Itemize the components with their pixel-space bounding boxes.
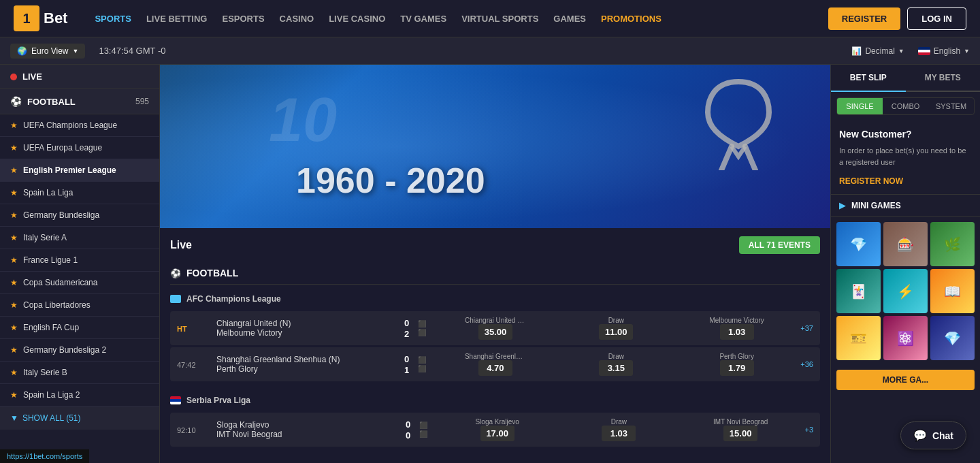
nav-promotions[interactable]: PROMOTIONS: [601, 14, 662, 24]
register-button[interactable]: REGISTER: [828, 7, 900, 30]
sidebar-item-bundesliga-2[interactable]: ★ Germany Bundesliga 2: [0, 339, 159, 362]
league-group-serbia: Serbia Prva Liga 92:10 Sloga Kraljevo IM…: [170, 392, 820, 447]
euro-view-selector[interactable]: 🌍 Euro View ▼: [10, 44, 85, 59]
sidebar-item-bundesliga[interactable]: ★ Germany Bundesliga: [0, 204, 159, 227]
single-tab[interactable]: SINGLE: [837, 98, 883, 114]
nav-casino[interactable]: CASINO: [280, 14, 314, 24]
sidebar-item-premier-league[interactable]: ★ English Premier League: [0, 159, 159, 182]
mini-game-4[interactable]: 🃏: [836, 269, 881, 313]
new-customer-text: In order to place bet(s) you need to be …: [839, 145, 972, 167]
sidebar-item-europa-league[interactable]: ★ UEFA Europa League: [0, 137, 159, 159]
score-icons: ⬛ ⬛: [418, 320, 426, 336]
odds-team2-button-2[interactable]: 1.79: [720, 360, 754, 376]
sidebar-item-serie-a[interactable]: ★ Italy Serie A: [0, 227, 159, 249]
mini-game-1[interactable]: 💎: [836, 222, 881, 266]
sidebar-item-copa-lib[interactable]: ★ Copa Libertadores: [0, 294, 159, 317]
more-odds-button-2[interactable]: +36: [800, 360, 813, 368]
football-icon: ⚽: [10, 96, 22, 107]
score-val-1: 0: [404, 318, 409, 328]
play-icon: ▶: [839, 200, 846, 210]
live-section-label: Live: [170, 239, 192, 251]
odds-team1-button-2[interactable]: 4.70: [478, 360, 512, 376]
stats-icon-2: ⬛: [418, 365, 426, 372]
mini-game-5[interactable]: ⚡: [883, 269, 928, 313]
odds-team2-button[interactable]: 1.03: [720, 324, 754, 340]
chart-icon: 📊: [851, 46, 862, 56]
nav-tv-games[interactable]: TV GAMES: [400, 14, 446, 24]
league-name: Spain La Liga 2: [23, 390, 80, 400]
star-icon: ★: [10, 390, 18, 400]
league-name: UEFA Europa League: [23, 143, 102, 153]
mini-game-2[interactable]: 🎰: [883, 222, 928, 266]
bet-type-tabs: SINGLE COMBO SYSTEM: [836, 97, 975, 115]
more-games-button[interactable]: MORE GA...: [836, 370, 975, 390]
mini-games-header: ▶ MINI GAMES: [831, 194, 980, 217]
match-score-2: 0 1: [404, 354, 409, 375]
chat-button[interactable]: 💬 Chat: [900, 421, 966, 449]
star-icon: ★: [10, 121, 18, 130]
time-label-2: 47:42: [177, 361, 196, 369]
odds-section-3: Sloga Kraljevo 17.00 Draw 1.03 IMT Novi …: [438, 418, 799, 441]
combo-tab[interactable]: COMBO: [883, 98, 928, 114]
sidebar-item-laliga2[interactable]: ★ Spain La Liga 2: [0, 384, 159, 406]
more-odds-button[interactable]: +37: [800, 324, 813, 332]
mini-game-7[interactable]: 🎫: [836, 316, 881, 360]
odds-team2-group-2: Perth Glory 1.79: [679, 353, 795, 376]
afc-group-name: AFC Champions League: [186, 294, 281, 304]
mini-game-8[interactable]: ⚛️: [883, 316, 928, 360]
mini-game-9[interactable]: 💎: [930, 316, 975, 360]
star-icon: ★: [10, 188, 18, 197]
more-odds-button-3[interactable]: +3: [804, 426, 813, 434]
mini-games-title: MINI GAMES: [851, 201, 901, 210]
mini-game-6[interactable]: 📖: [930, 269, 975, 313]
system-tab[interactable]: SYSTEM: [928, 98, 974, 114]
odds-team2-label-2: Perth Glory: [719, 353, 754, 360]
nav-games[interactable]: GAMES: [553, 14, 586, 24]
odds-team1-button[interactable]: 35.00: [478, 324, 512, 340]
register-now-button[interactable]: REGISTER NOW: [839, 176, 903, 186]
match-row: HT Chiangrai United (N) Melbourne Victor…: [170, 311, 820, 345]
nav-sports[interactable]: SPORTS: [95, 14, 131, 24]
sidebar-football-item[interactable]: ⚽ FOOTBALL 595: [0, 89, 159, 114]
language-selector[interactable]: English ▼: [918, 46, 970, 56]
logo[interactable]: 1 Bet: [14, 5, 67, 31]
all-events-button[interactable]: ALL 71 EVENTS: [739, 236, 820, 254]
odds-draw-label-3: Draw: [611, 418, 627, 426]
odds-team2-group-3: IMT Novi Beograd 15.00: [682, 418, 800, 441]
team2-name: Melbourne Victory: [216, 328, 395, 338]
league-name: Spain La Liga: [23, 188, 73, 197]
odds-team2-button-3[interactable]: 15.00: [723, 426, 757, 441]
sidebar-item-spain-la-liga[interactable]: ★ Spain La Liga: [0, 182, 159, 204]
nav-live-casino[interactable]: LIVE CASINO: [329, 14, 385, 24]
language-label: English: [934, 46, 960, 56]
chevron-down-icon: ▼: [72, 48, 78, 54]
star-icon: ★: [10, 278, 18, 287]
login-button[interactable]: LOG IN: [907, 7, 966, 30]
star-icon: ★: [10, 323, 18, 332]
odds-team1-button-3[interactable]: 17.00: [480, 426, 514, 441]
mini-game-3[interactable]: 🌿: [930, 222, 975, 266]
show-all-button[interactable]: ▼ SHOW ALL (51): [0, 406, 159, 430]
nav-live-betting[interactable]: LIVE BETTING: [146, 14, 208, 24]
nav-esports[interactable]: ESPORTS: [222, 14, 264, 24]
odds-draw-button-2[interactable]: 3.15: [599, 360, 633, 376]
odds-draw-button[interactable]: 11.00: [599, 324, 633, 340]
my-bets-tab[interactable]: MY BETS: [906, 65, 981, 91]
nav-links: SPORTS LIVE BETTING ESPORTS CASINO LIVE …: [95, 14, 828, 24]
sidebar-item-champions-league[interactable]: ★ UEFA Champions League: [0, 114, 159, 137]
sidebar-item-serie-b[interactable]: ★ Italy Serie B: [0, 362, 159, 384]
match-time-ht: HT: [177, 323, 211, 334]
match-row-3: 92:10 Sloga Kraljevo IMT Novi Beograd 0 …: [170, 413, 820, 447]
odds-team1-label-3: Sloga Kraljevo: [475, 418, 519, 426]
bet-slip-tabs: BET SLIP MY BETS: [831, 65, 980, 92]
sidebar-item-copa-sud[interactable]: ★ Copa Sudamericana: [0, 272, 159, 294]
sidebar-live-item[interactable]: LIVE: [0, 65, 159, 89]
bet-slip-tab[interactable]: BET SLIP: [831, 65, 906, 92]
afc-group-header: AFC Champions League: [170, 290, 820, 308]
nav-virtual-sports[interactable]: VIRTUAL SPORTS: [461, 14, 538, 24]
odds-draw-button-3[interactable]: 1.03: [602, 426, 636, 441]
sidebar-item-fa-cup[interactable]: ★ English FA Cup: [0, 317, 159, 339]
sidebar-item-ligue-1[interactable]: ★ France Ligue 1: [0, 249, 159, 272]
decimal-selector[interactable]: 📊 Decimal ▼: [851, 46, 904, 56]
center-content: 10 1960 - 2020 Live ALL 71 EVENTS ⚽ FOOT…: [160, 65, 830, 463]
